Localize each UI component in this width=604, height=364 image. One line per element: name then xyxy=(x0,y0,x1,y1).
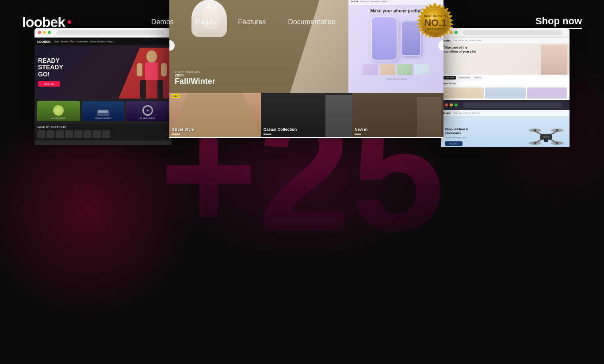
drone-header: loobek Shop · Drones · Cameras · Electro… xyxy=(441,110,570,116)
cbg-sale-badge: SALE xyxy=(172,94,180,98)
sports-icon-3 xyxy=(56,130,64,138)
nav-item-pages[interactable]: Pages xyxy=(196,18,216,26)
sports-cat-tennis: ALL FOR TENNIS xyxy=(37,101,80,121)
svg-point-20 xyxy=(556,129,558,132)
sports-categories-section: ALL FOR TENNIS GYM ACCESSORIES BE SAFE O… xyxy=(34,99,172,124)
sports-icon-1 xyxy=(37,130,45,138)
beauty-theme-content: loobek Shop · Women · Men · Skincare · B… xyxy=(441,38,570,99)
shop-now-button[interactable]: Shop now xyxy=(535,15,582,29)
drone-cta-btn: Shop Now xyxy=(445,141,463,146)
nav-item-demos[interactable]: Demos xyxy=(151,18,174,26)
drone-svg xyxy=(526,125,566,148)
browser-url-drone xyxy=(463,102,562,108)
phone-acc-1 xyxy=(363,64,378,75)
drone-nav: Shop · Drones · Cameras · Electronics xyxy=(454,112,480,114)
beauty-person-figure xyxy=(541,45,567,75)
svg-rect-4 xyxy=(145,62,158,80)
sports-icon-7 xyxy=(93,130,101,138)
svg-point-24 xyxy=(545,139,547,141)
drone-content: Shop outdoor & electronics Discover amaz… xyxy=(441,116,570,147)
logo-text: loobek xyxy=(22,14,65,30)
best-quality-badge: BEST QUALITY. NO.1 ·BEST QUALITY· xyxy=(416,2,455,42)
drone-btn-label: Shop Now xyxy=(450,143,458,145)
cbg-action-2: Shop now xyxy=(264,132,350,134)
sports-icon-8 xyxy=(102,130,110,138)
browser-close-drone xyxy=(445,103,448,106)
cbg-casual-collection: Casual Collection Shop now xyxy=(261,93,352,137)
badge-line2: ·BEST QUALITY· xyxy=(424,28,447,30)
svg-rect-8 xyxy=(161,63,167,76)
svg-point-22 xyxy=(556,142,558,144)
beauty-hero-title: Take care of the condition of your skin xyxy=(444,46,479,53)
phone-store-badge: ✓ Expert Customer Service xyxy=(352,78,440,80)
beauty-hero: Take care of the condition of your skin xyxy=(441,44,570,75)
phone-acc-2 xyxy=(380,64,395,75)
cbg-label-2: Casual Collection xyxy=(264,128,350,132)
phone-accessories-row xyxy=(352,64,440,75)
screenshot-drone: loobek Shop · Drones · Cameras · Electro… xyxy=(441,100,570,147)
sports-icon-4 xyxy=(65,130,73,138)
sports-cat-bike: BE SAFE ON BIKE xyxy=(126,101,169,121)
browser-min-drone xyxy=(450,103,453,106)
beauty-product-1: Creams & Masks xyxy=(443,87,484,99)
phone-acc-4 xyxy=(414,64,430,75)
cbg-action-1: Shop now xyxy=(172,132,258,134)
sports-athlete-bg xyxy=(119,48,172,99)
beauty-btn-1: Shop Some xyxy=(443,76,456,80)
logo-dot xyxy=(68,20,71,24)
badge-no1-text: NO.1 xyxy=(424,18,447,28)
beauty-product-2: Sprays & Serums xyxy=(485,87,525,99)
drone-theme-content: loobek Shop · Drones · Cameras · Electro… xyxy=(441,110,570,147)
main-nav: Demos Pages Features Documentation xyxy=(151,18,336,26)
svg-rect-6 xyxy=(157,80,163,99)
sports-cat-gym: GYM ACCESSORIES xyxy=(82,101,125,121)
header: loobek Demos Pages Features Documentatio… xyxy=(0,0,604,44)
svg-rect-5 xyxy=(140,80,146,99)
svg-rect-14 xyxy=(543,136,549,138)
beauty-btn-3: View All xyxy=(473,76,482,80)
cbg-action-3: Explore xyxy=(355,132,441,134)
drone-logo: loobek xyxy=(443,112,451,114)
sports-title: READY STEADY GO! xyxy=(38,57,63,78)
drone-title: Shop outdoor & electronics xyxy=(445,127,485,135)
browser-bar-drone xyxy=(441,100,570,110)
checkmark-icon: ✓ xyxy=(385,78,386,80)
svg-rect-7 xyxy=(137,63,142,76)
fashion-hero-text: Great premiere 2023 Fall/Winter xyxy=(175,71,215,86)
beauty-products-label: New Arrival xyxy=(441,81,570,86)
phone-acc-3 xyxy=(397,64,413,75)
svg-point-3 xyxy=(146,50,157,63)
browser-max-drone xyxy=(455,103,458,106)
beauty-product-3: Brushes & Accessories xyxy=(527,87,567,99)
logo[interactable]: loobek xyxy=(22,14,71,30)
sports-shop-by-category: SHOP BY CATEGORY xyxy=(34,124,172,140)
sports-icon-6 xyxy=(84,130,92,138)
beauty-btn-2: Explore Some xyxy=(457,76,471,80)
cbg-label-3: New in xyxy=(355,128,441,132)
beauty-products-grid: Creams & Masks Sprays & Serums Brushes &… xyxy=(441,86,570,99)
sports-cta-btn: Shop now xyxy=(38,81,60,87)
cbg-third: New in Explore xyxy=(352,93,443,137)
demo-sports-theme: LOOBEK· Shop Women Men Accessories Lates… xyxy=(34,38,172,145)
beauty-buttons: Shop Some Explore Some View All xyxy=(441,75,570,81)
fashion-bottom-grid: SALE Street Style Shop now Casual Collec… xyxy=(169,93,443,137)
cbg-label-1: Street Style xyxy=(172,128,258,132)
phone-store-badge-text: Expert Customer Service xyxy=(387,78,407,80)
screenshot-left: LOOBEK· Shop Women Men Accessories Lates… xyxy=(34,28,172,145)
screenshot-right: loobek Shop · Women · Men · Skincare · B… xyxy=(441,28,570,147)
fashion-season: Fall/Winter xyxy=(175,77,215,86)
drone-text-area: Shop outdoor & electronics Discover amaz… xyxy=(445,127,485,146)
sports-icon-2 xyxy=(46,130,54,138)
drone-image xyxy=(526,125,566,148)
cbg-street-style: SALE Street Style Shop now xyxy=(169,93,261,137)
main-content: Easy to use Premium Multi-purpose Theme … xyxy=(0,44,604,138)
svg-point-21 xyxy=(534,142,536,144)
drone-subtitle: Discover amazing products xyxy=(445,136,485,139)
sports-hero-section: READY STEADY GO! Shop now xyxy=(34,46,172,99)
nav-item-features[interactable]: Features xyxy=(238,18,266,26)
nav-item-documentation[interactable]: Documentation xyxy=(288,18,336,26)
svg-point-19 xyxy=(534,129,536,132)
sports-athlete-figure xyxy=(134,50,169,99)
sports-icon-row xyxy=(37,130,169,138)
sports-icon-5 xyxy=(74,130,82,138)
